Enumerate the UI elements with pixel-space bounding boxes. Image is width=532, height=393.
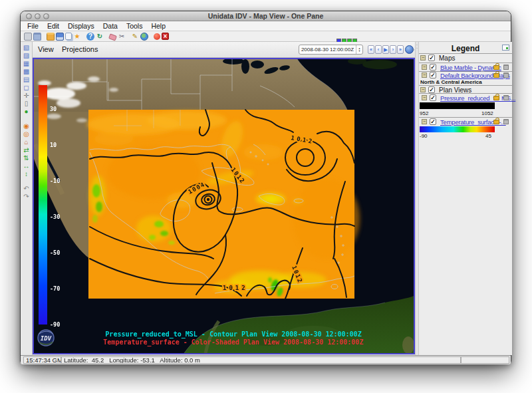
help-icon[interactable]: ? — [86, 33, 94, 41]
lock-icon[interactable] — [493, 96, 499, 100]
colorbar-tick: -90 — [50, 321, 60, 328]
legend-section-maps: − ✓ Maps — [419, 55, 512, 63]
legend-title: Legend — [419, 44, 512, 53]
idv-main-window: Unidata IDV - Map View - One Pane File E… — [20, 11, 511, 364]
record-icon[interactable] — [154, 33, 160, 40]
lock-icon[interactable] — [493, 120, 499, 124]
blue-marble-link[interactable]: Blue Marble - Dynamic — [440, 64, 501, 71]
pan-vertical-icon[interactable]: ⇅ — [22, 154, 31, 162]
reload-display-icon[interactable]: ↻ — [96, 33, 104, 41]
go-to-first-button[interactable]: « — [368, 45, 374, 54]
remove-display-icon[interactable] — [503, 65, 509, 70]
legend-panel: Legend − ✓ Maps − ✓ Blue Marble - Dynami… — [419, 42, 512, 355]
favorites-star-icon[interactable]: ★ — [73, 33, 81, 41]
maps-section-label: Maps — [439, 55, 455, 62]
status-bar: 15:47:34 GMT Latitude: 45.2 Longitude: -… — [21, 355, 511, 364]
rotate-cube-1-icon[interactable]: ▧ — [22, 44, 31, 52]
save-bundle-disk-icon[interactable] — [56, 33, 64, 41]
remove-display-icon[interactable] — [503, 119, 509, 124]
time-selector-value: 2008-08-30 12:00:00Z — [299, 47, 356, 53]
colorbar-tick: -30 — [50, 213, 60, 220]
rotate-cube-5-icon[interactable]: ▤ — [22, 76, 31, 84]
pan-horizontal-icon[interactable]: ⇄ — [22, 146, 31, 154]
collapse-item-icon[interactable]: − — [422, 95, 427, 100]
edit-pencil-icon[interactable]: ✎ — [131, 33, 139, 41]
float-legend-icon[interactable] — [502, 45, 509, 51]
pressure-colorbar[interactable] — [420, 102, 495, 109]
lock-icon[interactable] — [493, 73, 499, 78]
show-dashboard-icon[interactable] — [24, 33, 32, 41]
temperature-shaded-overlay — [87, 110, 360, 299]
crosshair-icon[interactable]: ✛ — [22, 92, 31, 100]
blue-marble-checkbox[interactable]: ✓ — [430, 64, 436, 70]
vertical-scale-icon[interactable]: ▯ — [22, 100, 31, 108]
step-back-button[interactable]: ‹ — [375, 45, 382, 54]
legend-item-temperature: − ✓ Temperature_surface -... — [419, 118, 512, 126]
play-button[interactable]: ▶ — [382, 45, 389, 54]
view-menu[interactable]: View — [38, 45, 54, 53]
status-position: Latitude: 45.2 Longitude: -53.1 Altitude… — [61, 356, 461, 364]
temperature-colorbar-min: -90 — [420, 133, 428, 141]
zoom-out-icon[interactable]: ◎ — [22, 130, 31, 138]
redo-icon[interactable]: ↷ — [22, 193, 31, 201]
undo-icon[interactable]: ↶ — [22, 185, 31, 193]
globe-green-icon[interactable]: ● — [22, 108, 31, 116]
set-viewpoint-box-icon[interactable]: ◻ — [22, 84, 31, 92]
window-title: Unidata IDV - Map View - One Pane — [21, 12, 511, 20]
rotate-cube-2-icon[interactable]: ▨ — [22, 52, 31, 60]
desktop: Unidata IDV - Map View - One Pane File E… — [0, 0, 532, 393]
collapse-maps-icon[interactable]: − — [420, 55, 426, 61]
temperature-caption: Temperature_surface - Color-Shaded Plan … — [103, 338, 363, 346]
step-forward-button[interactable]: › — [390, 45, 396, 54]
colorbar-tick: -70 — [50, 285, 60, 292]
pressure-checkbox[interactable]: ✓ — [430, 94, 436, 101]
eraser-icon[interactable] — [108, 33, 117, 41]
idv-logo-text: IDV — [41, 335, 52, 342]
status-clock: 15:47:34 GMT — [23, 356, 61, 364]
default-maps-checkbox[interactable]: ✓ — [430, 72, 436, 78]
menu-file[interactable]: File — [27, 22, 39, 30]
idv-logo: IDV — [38, 330, 54, 346]
zoom-in-icon[interactable]: ◉ — [22, 122, 31, 130]
collapse-item-icon[interactable]: − — [422, 119, 427, 124]
projections-globe-icon[interactable] — [140, 33, 148, 41]
plan-views-visibility-checkbox[interactable]: ✓ — [428, 86, 435, 93]
stop-close-icon[interactable]: × — [162, 33, 169, 40]
map-view-canvas[interactable]: 1012 1004 1012 1012 1012 30 10 -10 -30 -… — [33, 58, 415, 354]
temperature-colorbar-max: 45 — [485, 133, 491, 141]
go-to-last-button[interactable]: » — [397, 45, 404, 54]
cut-icon[interactable]: ✂ — [118, 33, 126, 41]
projections-menu[interactable]: Projections — [62, 45, 98, 53]
contour-label-1012-south: 1012 — [223, 285, 248, 291]
colorbar-tick: 30 — [50, 106, 57, 112]
rotate-cube-3-icon[interactable]: ▦ — [22, 60, 31, 68]
translate-vertical-icon[interactable]: ↕ — [22, 170, 31, 178]
reset-home-icon[interactable]: ⌂ — [22, 138, 31, 146]
menu-displays[interactable]: Displays — [68, 22, 94, 30]
menu-help[interactable]: Help — [151, 22, 166, 30]
new-display-window-icon[interactable] — [33, 33, 41, 41]
collapse-plan-views-icon[interactable]: − — [420, 87, 426, 92]
menu-edit[interactable]: Edit — [47, 22, 59, 30]
menu-tools[interactable]: Tools — [126, 22, 143, 30]
temperature-checkbox[interactable]: ✓ — [430, 118, 436, 125]
time-selector[interactable]: 2008-08-30 12:00:00Z ▲▼ — [299, 45, 363, 55]
open-bundle-folder-icon[interactable] — [47, 33, 55, 41]
rotate-cube-4-icon[interactable]: ▩ — [22, 68, 31, 76]
collapse-item-icon[interactable]: − — [422, 72, 427, 78]
maps-visibility-checkbox[interactable]: ✓ — [428, 55, 435, 61]
title-bar[interactable]: Unidata IDV - Map View - One Pane — [21, 11, 511, 21]
collapse-item-icon[interactable]: − — [422, 65, 427, 70]
menu-data[interactable]: Data — [103, 22, 118, 30]
translate-horizontal-icon[interactable]: ↔ — [22, 162, 31, 170]
colorbar-tick: -50 — [50, 249, 60, 256]
remove-display-icon[interactable] — [503, 95, 509, 100]
colorbar-tick: 10 — [50, 142, 57, 148]
lock-icon[interactable] — [493, 65, 499, 70]
copy-bundle-icon[interactable] — [65, 33, 72, 40]
default-maps-link[interactable]: Default Background Maps — [440, 72, 510, 79]
time-stepper[interactable]: ▲▼ — [356, 45, 362, 54]
remove-display-icon[interactable] — [503, 72, 509, 78]
temperature-colorbar-legend[interactable] — [420, 126, 495, 132]
toolbar-overflow-icon[interactable]: » — [412, 47, 414, 51]
